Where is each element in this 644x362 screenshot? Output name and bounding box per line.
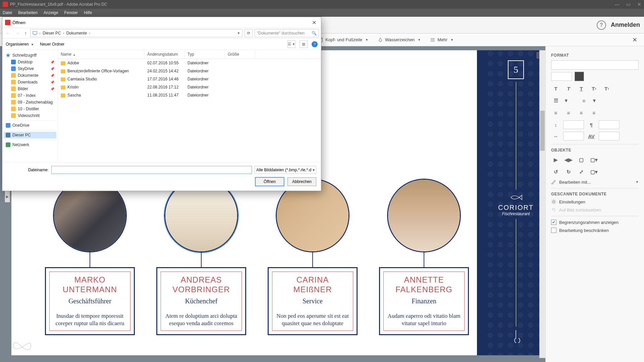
list-item[interactable]: Sascha11.08.2015 11:47Dateiordner	[58, 91, 321, 99]
flip-horizontal-button[interactable]: ◀▶	[564, 155, 573, 165]
help-icon[interactable]: ?	[597, 20, 606, 30]
team-row: MARKOUNTERMANN Geschäftsführer Inusdae d…	[45, 179, 469, 335]
rotate-cw-button[interactable]: ↻	[564, 167, 573, 177]
font-family-select[interactable]	[551, 60, 639, 70]
edit-with-button[interactable]: Bearbeiten mit... ▼	[551, 179, 639, 185]
show-bounds-checkbox[interactable]: ✔ Begrenzungsrahmen anzeigen	[551, 220, 639, 225]
close-window-button[interactable]: ✕	[637, 2, 641, 7]
crumb-root[interactable]: Dieser PC	[43, 31, 61, 36]
preview-pane-button[interactable]: ▥	[300, 41, 308, 48]
tree-folder-video[interactable]: Videoschnitt	[4, 112, 56, 119]
new-folder-button[interactable]: Neuer Ordner	[40, 42, 64, 47]
line-spacing-select[interactable]	[563, 120, 584, 129]
maximize-button[interactable]: ▭	[626, 2, 631, 7]
tree-onedrive[interactable]: OneDrive	[4, 122, 56, 129]
replace-image-button[interactable]: ⤢	[577, 167, 586, 177]
underline-button[interactable]: T	[577, 84, 586, 93]
dialog-close-button[interactable]: ✕	[310, 19, 318, 26]
col-date[interactable]: Änderungsdatum	[145, 50, 185, 59]
bullet-list-button[interactable]: ☰	[551, 96, 560, 105]
align-right-button[interactable]: ≡	[577, 108, 586, 117]
dialog-help-button[interactable]: ?	[312, 41, 318, 47]
close-edit-button[interactable]: ✕	[632, 36, 637, 44]
arrange-button[interactable]: ▢▾	[589, 155, 599, 165]
align-center-button[interactable]: ≡	[564, 108, 573, 117]
tree-this-pc[interactable]: Dieser PC	[4, 132, 56, 138]
open-button[interactable]: Öffnen	[255, 177, 284, 186]
reset-image-label: Auf Bild zurücksetzen	[559, 207, 601, 213]
watermark-button[interactable]: Wasserzeichen▼	[378, 37, 421, 43]
vertical-scrollbar[interactable]	[539, 50, 545, 358]
list-item[interactable]: Camtasia Studio17.07.2016 14:46Dateiordn…	[58, 75, 321, 83]
tree-pictures[interactable]: Bilder📌	[4, 85, 56, 92]
format-panel: ▶ FORMAT T T T T1 T1 ☰ ▾ ≡ ▾ ≡ ≡ ≡ ≡ ↕	[545, 46, 644, 362]
menu-window[interactable]: Fenster	[64, 10, 78, 15]
numbered-list-button[interactable]: ≡	[579, 96, 589, 105]
refresh-button[interactable]: ⟳	[245, 29, 253, 37]
tree-downloads[interactable]: Downloads📌	[4, 79, 56, 85]
filename-input[interactable]	[51, 166, 252, 174]
align-left-button[interactable]: ≡	[551, 108, 560, 117]
breadcrumb[interactable]: › Dieser PC › Dokumente › ▼	[30, 29, 243, 37]
menu-edit[interactable]: Bearbeiten	[18, 10, 38, 15]
superscript-button[interactable]: T1	[589, 84, 599, 93]
tree-network[interactable]: Netzwerk	[4, 141, 56, 148]
tree-documents[interactable]: Dokumente📌	[4, 72, 56, 79]
menu-help[interactable]: Hilfe	[84, 10, 92, 15]
search-icon: 🔍	[312, 31, 317, 36]
font-size-select[interactable]	[551, 72, 572, 81]
person-role: Finanzen	[386, 297, 462, 305]
subscript-button[interactable]: T1	[602, 84, 611, 93]
person-card: MARKOUNTERMANN Geschäftsführer Inusdae d…	[45, 179, 135, 335]
tree-folder-10[interactable]: 10 - Distiller	[4, 106, 56, 112]
horizontal-scale-select[interactable]	[563, 132, 584, 140]
col-type[interactable]: Typ	[185, 50, 225, 59]
scrollbar-thumb[interactable]	[540, 111, 545, 151]
list-item[interactable]: Benutzerdefinierte Office-Vorlagen24.02.…	[58, 67, 321, 75]
organize-button[interactable]: Organisieren ▼	[6, 42, 34, 47]
paragraph-spacing-select[interactable]	[599, 120, 620, 129]
char-spacing-select[interactable]	[599, 132, 620, 140]
tree-folder-09[interactable]: 09 - Zwischenablag	[4, 99, 56, 106]
align-justify-button[interactable]: ≡	[589, 108, 599, 117]
expand-nav-pane[interactable]: ▶	[5, 190, 10, 202]
col-size[interactable]: Größe	[225, 50, 255, 59]
nav-forward-button[interactable]: →	[14, 31, 21, 36]
tree-folder-07[interactable]: 07 - Index	[4, 92, 56, 99]
flip-vertical-button[interactable]: ▶	[551, 155, 560, 165]
search-field[interactable]: "Dokumente" durchsuchen 🔍	[255, 29, 319, 37]
minimize-button[interactable]: —	[615, 2, 620, 7]
view-mode-button[interactable]: ☰▼	[287, 41, 296, 48]
tree-quick-access[interactable]: Schnellzugriff	[4, 52, 56, 59]
italic-button[interactable]: T	[564, 84, 573, 93]
sign-in-button[interactable]: Anmelden	[611, 21, 640, 28]
collapse-panel-tab[interactable]: ▶	[545, 194, 546, 206]
bullet-list-dropdown[interactable]: ▾	[564, 96, 569, 105]
filetype-select[interactable]: Alle Bilddateien (*.bmp,*.rle,*.d▾	[255, 166, 316, 174]
droplet-icon	[378, 37, 383, 43]
list-item[interactable]: Kristin22.08.2016 17:12Dateiordner	[58, 83, 321, 91]
settings-button[interactable]: Einstellungen	[551, 199, 639, 204]
sort-asc-icon: ▴	[73, 53, 75, 56]
more-button[interactable]: Mehr▼	[430, 37, 453, 43]
numbered-list-dropdown[interactable]: ▾	[592, 96, 597, 105]
header-footer-button[interactable]: Kopf- und Fußzeile▼	[318, 37, 368, 43]
tree-skydrive[interactable]: SkyDrive📌	[4, 65, 56, 72]
crumb-folder[interactable]: Dokumente	[66, 31, 87, 36]
restrict-edit-checkbox[interactable]: Bearbeitung beschränken	[551, 228, 639, 233]
nav-up-button[interactable]: ↑	[23, 31, 28, 36]
font-color-swatch[interactable]	[575, 72, 584, 81]
chevron-down-icon[interactable]: ▼	[237, 32, 240, 35]
col-name[interactable]: Name ▴	[58, 50, 145, 59]
person-photo[interactable]	[387, 179, 461, 252]
tree-desktop[interactable]: Desktop📌	[4, 59, 56, 65]
list-item[interactable]: Adobe02.07.2016 10:55Dateiordner	[58, 59, 321, 67]
nav-back-button[interactable]: ←	[4, 31, 12, 36]
menu-file[interactable]: Datei	[3, 10, 12, 15]
bold-button[interactable]: T	[551, 84, 560, 93]
rotate-ccw-button[interactable]: ↺	[551, 167, 560, 177]
align-objects-button[interactable]: ▢▾	[589, 167, 599, 177]
cancel-button[interactable]: Abbrechen	[287, 177, 316, 186]
menu-view[interactable]: Anzeige	[44, 10, 58, 15]
crop-object-button[interactable]: ▢	[577, 155, 586, 165]
